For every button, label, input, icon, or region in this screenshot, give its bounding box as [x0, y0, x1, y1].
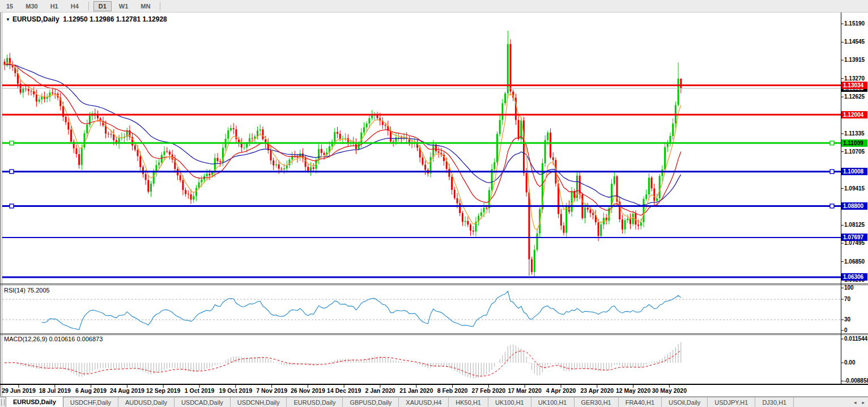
chart-tab-uk100-h1[interactable]: UK100,H1 [531, 397, 575, 407]
collapse-triangle-icon[interactable]: ▼ [6, 17, 10, 22]
hline-handle[interactable] [830, 169, 834, 173]
chart-tab-usdchf-daily[interactable]: USDCHF,Daily [63, 397, 118, 407]
hline-handle[interactable] [10, 204, 14, 208]
rsi-line [42, 291, 681, 330]
date-axis-label: 26 Nov 2019 [291, 387, 325, 394]
mt4-window: 15M30H1H4D1W1MN ▼EURUSD,Daily 1.12950 1.… [0, 0, 868, 407]
timeframe-button-h1[interactable]: H1 [45, 1, 63, 11]
chart-tab-uk100-h1[interactable]: UK100,H1 [488, 397, 531, 407]
tab-scroll-left-icon[interactable]: ◂ [854, 400, 857, 405]
date-axis-label: 7 Nov 2019 [256, 387, 287, 394]
price-level-box: 1.06306 [841, 273, 867, 281]
price-level-box: 1.10008 [841, 168, 867, 175]
date-axis-label: 14 Dec 2019 [327, 387, 361, 394]
date-axis-label: 23 Apr 2020 [581, 387, 614, 394]
date-axis-label: 1 Oct 2019 [185, 387, 215, 394]
price-level-box: 1.08800 [841, 202, 867, 210]
rsi-scale-label: 0 [844, 327, 848, 334]
timeframe-button-mn[interactable]: MN [135, 1, 155, 11]
chart-tab-ger30-h1[interactable]: GER30,H1 [575, 397, 619, 407]
chart-ohlc-values: 1.12950 1.12986 1.12781 1.12928 [63, 15, 167, 23]
date-axis-label: 24 Aug 2019 [110, 387, 144, 394]
price-level-box: 1.13034 [841, 82, 867, 89]
date-axis-label: 12 Sep 2019 [146, 387, 180, 394]
price-axis-label: 1.13915 [844, 57, 868, 63]
toolbar-separator [88, 2, 89, 11]
date-axis-label: 2 Jan 2020 [365, 387, 395, 394]
macd-histogram [5, 342, 681, 379]
date-axis-label: 4 Apr 2020 [546, 387, 576, 394]
chart-tab-usdcad-daily[interactable]: USDCAD,Daily [175, 397, 231, 407]
date-axis-label: 27 Feb 2020 [472, 387, 506, 394]
price-axis-label: 1.06850 [844, 258, 868, 265]
rsi-label: RSI(14) 75.2005 [4, 287, 50, 294]
chart-tab-xauusd-h4[interactable]: XAUUSD,H4 [399, 397, 449, 407]
chart-tab-usdcnh-daily[interactable]: USDCNH,Daily [231, 397, 287, 407]
chart-tab-usoil-daily[interactable]: USOil,Daily [662, 397, 708, 407]
chart-tab-eurusd-daily[interactable]: EURUSD,Daily [287, 397, 343, 407]
timeframe-button-15[interactable]: 15 [1, 1, 18, 11]
chart-tab-audusd-daily[interactable]: AUDUSD,Daily [118, 397, 175, 407]
date-axis-label: 12 May 2020 [616, 387, 650, 394]
date-axis-label: 6 Aug 2019 [75, 387, 107, 394]
timeframe-button-m30[interactable]: M30 [20, 1, 42, 11]
toolbar-separator [160, 2, 160, 11]
tab-scroll-nav: ◂ ▸ [854, 397, 865, 407]
chart-tab-dj30-h1[interactable]: DJ30,H1 [755, 397, 794, 407]
price-axis-label: 1.13270 [844, 75, 868, 82]
macd-label: MACD(12,26,9) 0.010616 0.006873 [4, 336, 103, 342]
date-axis-label: 30 May 2020 [652, 387, 687, 394]
timeframe-button-w1[interactable]: W1 [114, 1, 134, 11]
date-axis-label: 18 Jul 2019 [39, 387, 71, 394]
price-level-box: 1.11009 [841, 139, 867, 147]
date-axis-label: 19 Oct 2019 [219, 387, 252, 394]
price-axis-label: 1.10705 [844, 149, 868, 155]
macd-scale-label: 0.00 [844, 359, 855, 366]
moving-averages [5, 63, 681, 230]
candlesticks [4, 31, 682, 277]
chart-title: ▼EURUSD,Daily 1.12950 1.12986 1.12781 1.… [6, 15, 167, 23]
price-axis-label: 1.15190 [844, 20, 868, 27]
hline-handle[interactable] [10, 141, 14, 145]
macd-scale-label: 0.011544 [844, 336, 867, 342]
macd-scale-label: -0.008858 [844, 378, 868, 384]
chart-tab-eurusd-daily[interactable]: EURUSD,Daily [6, 397, 63, 407]
date-axis-label: 21 Jan 2020 [399, 387, 433, 394]
hline-handle[interactable] [830, 204, 834, 208]
price-axis-label: 1.12625 [844, 94, 868, 100]
price-level-box: 1.12004 [841, 111, 867, 118]
price-axis-label: 1.11335 [844, 130, 868, 137]
price-axis-label: 1.14545 [844, 39, 868, 45]
chart-canvas[interactable] [0, 0, 868, 407]
hline-handle[interactable] [10, 169, 14, 173]
timeframe-button-d1[interactable]: D1 [93, 1, 112, 11]
tab-scroll-right-icon[interactable]: ▸ [862, 400, 865, 405]
rsi-scale-label: 100 [844, 285, 854, 291]
rsi-scale-label: 30 [844, 316, 850, 323]
chart-tab-fra40-h1[interactable]: FRA40,H1 [619, 397, 662, 407]
date-axis-label: 8 Feb 2020 [437, 387, 468, 394]
hline-handle[interactable] [830, 141, 834, 145]
rsi-scale-label: 70 [844, 296, 850, 303]
price-level-box: 1.07697 [841, 234, 867, 241]
chart-tab-hk50-h1[interactable]: HK50,H1 [449, 397, 488, 407]
timeframe-toolbar: 15M30H1H4D1W1MN [0, 0, 868, 12]
price-axis-label: 1.08125 [844, 222, 868, 228]
tabbar-grip [1, 399, 5, 406]
date-axis-label: 17 Mar 2020 [508, 387, 542, 394]
chart-tab-bar: EURUSD,DailyUSDCHF,DailyAUDUSD,DailyUSDC… [0, 397, 868, 407]
timeframe-button-h4[interactable]: H4 [66, 1, 84, 11]
price-axis-label: 1.09415 [844, 185, 868, 192]
chart-tab-usdjpy-h1[interactable]: USDJPY,H1 [708, 397, 755, 407]
chart-symbol: EURUSD,Daily [12, 15, 59, 23]
date-axis-label: 29 Jun 2019 [2, 387, 36, 394]
chart-tab-gbpusd-daily[interactable]: GBPUSD,Daily [343, 397, 399, 407]
